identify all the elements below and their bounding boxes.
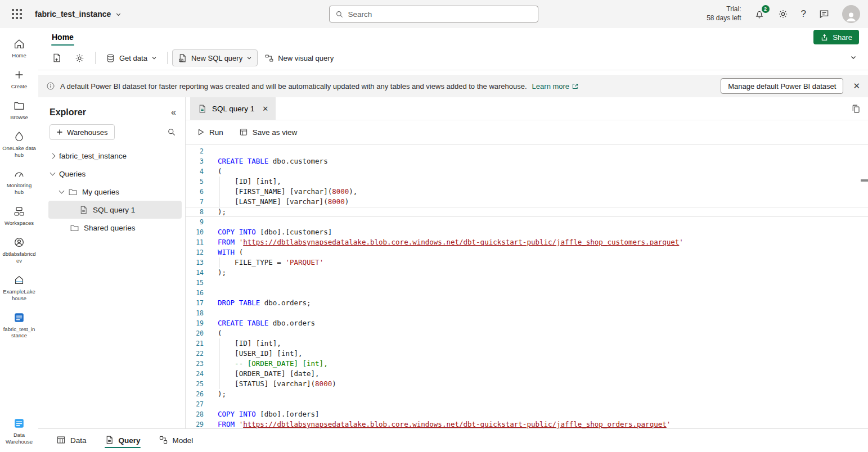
nav-rail-label: Create <box>11 83 28 90</box>
run-button[interactable]: Run <box>197 128 223 137</box>
new-report-button[interactable] <box>46 49 68 66</box>
code-line-22[interactable]: 22 [USER_ID] [int], <box>186 349 868 359</box>
nav-rail-item-examplelakehouse[interactable]: ExampleLakehouse <box>1 269 38 306</box>
nav-rail-item-dbtlabsfabricdev[interactable]: dbtlabsfabricdev <box>1 231 38 269</box>
code-line-11[interactable]: 11FROM 'https://dbtlabsynapsedatalake.bl… <box>186 237 868 247</box>
code-line-13[interactable]: 13 FILE_TYPE = 'PARQUET' <box>186 257 868 268</box>
code-line-19[interactable]: 19CREATE TABLE dbo.orders <box>186 318 868 328</box>
ribbon-toolbar: Get data New SQL query New visual query <box>38 46 868 70</box>
trial-remaining: 58 days left <box>707 14 741 23</box>
ribbon-collapse-button[interactable] <box>847 51 860 66</box>
banner-close-button[interactable]: ✕ <box>853 81 860 91</box>
explorer-search-button[interactable] <box>167 128 176 137</box>
chevron-right-icon[interactable] <box>50 153 56 159</box>
nav-rail-label: Data Warehouse <box>2 432 36 445</box>
sql-document-icon <box>197 104 207 114</box>
copy-button[interactable] <box>851 104 861 114</box>
new-visual-query-button[interactable]: New visual query <box>259 49 339 66</box>
monitoring-icon <box>13 167 25 180</box>
nav-rail-item-home[interactable]: Home <box>1 33 38 64</box>
account-avatar[interactable] <box>842 5 860 23</box>
new-sql-query-button[interactable]: New SQL query <box>172 49 258 66</box>
nav-rail-label: Monitoring hub <box>2 182 36 196</box>
sql-editor[interactable]: 23CREATE TABLE dbo.customers4(5 [ID] [in… <box>186 144 868 428</box>
notification-badge: 2 <box>762 5 770 13</box>
tree-item-my-queries[interactable]: My queries <box>48 183 182 201</box>
code-line-24[interactable]: 24 [ORDER_DATE] [date], <box>186 369 868 379</box>
code-line-5[interactable]: 5 [ID] [int], <box>186 177 868 187</box>
code-line-12[interactable]: 12WITH ( <box>186 247 868 257</box>
nav-rail-item-data-warehouse[interactable]: Data Warehouse <box>1 412 38 450</box>
get-data-button[interactable]: Get data <box>100 49 163 66</box>
notifications-button[interactable]: 2 <box>754 8 765 20</box>
chevron-down-icon[interactable] <box>59 188 65 194</box>
code-text: CREATE TABLE dbo.customers <box>218 156 328 166</box>
code-line-16[interactable]: 16 <box>186 288 868 298</box>
add-warehouses-button[interactable]: Warehouses <box>50 124 115 140</box>
bottom-tab-model[interactable]: Model <box>159 429 194 452</box>
nav-rail-item-create[interactable]: Create <box>1 64 38 94</box>
app-launcher-button[interactable] <box>7 4 27 24</box>
nav-rail-item-workspaces[interactable]: Workspaces <box>1 200 38 231</box>
chevron-down-icon[interactable] <box>50 170 56 176</box>
search-input[interactable] <box>348 10 532 19</box>
code-line-27[interactable]: 27 <box>186 399 868 409</box>
code-line-3[interactable]: 3CREATE TABLE dbo.customers <box>186 156 868 166</box>
code-line-20[interactable]: 20( <box>186 328 868 338</box>
close-tab-button[interactable]: ✕ <box>259 103 271 114</box>
bottom-tab-query[interactable]: Query <box>105 429 141 452</box>
line-number: 3 <box>186 156 204 166</box>
nav-rail-item-fabric-test-instance[interactable]: fabric_test_instance <box>1 306 38 344</box>
tree-item-queries[interactable]: Queries <box>48 165 182 183</box>
share-button[interactable]: Share <box>813 30 859 44</box>
tree-item-shared-queries[interactable]: Shared queries <box>48 219 182 237</box>
tree-item-sql-query-1[interactable]: SQL query 1 <box>48 201 182 219</box>
line-number: 12 <box>186 247 204 257</box>
code-line-2[interactable]: 2 <box>186 146 868 156</box>
nav-rail-label: Browse <box>10 114 28 121</box>
help-button[interactable]: ? <box>801 8 806 20</box>
code-line-28[interactable]: 28COPY INTO [dbo].[orders] <box>186 409 868 419</box>
save-as-view-button[interactable]: Save as view <box>239 128 298 137</box>
indent-guide <box>219 177 220 187</box>
explorer-collapse-button[interactable]: « <box>171 107 176 117</box>
code-line-6[interactable]: 6 [FIRST_NAME] [varchar](8000), <box>186 187 868 197</box>
code-line-4[interactable]: 4( <box>186 166 868 177</box>
code-line-14[interactable]: 14); <box>186 268 868 278</box>
code-line-9[interactable]: 9 <box>186 217 868 227</box>
code-line-7[interactable]: 7 [LAST_NAME] [varchar](8000) <box>186 197 868 207</box>
settings-button[interactable] <box>777 8 789 20</box>
workspace-switcher[interactable]: fabric_test_instance <box>35 10 122 19</box>
code-text: [ORDER_DATE] [date], <box>218 369 320 379</box>
code-line-21[interactable]: 21 [ID] [int], <box>186 338 868 349</box>
learn-more-link[interactable]: Learn more <box>532 82 579 91</box>
code-text: ( <box>218 166 222 177</box>
code-line-10[interactable]: 10COPY INTO [dbo].[customers] <box>186 227 868 237</box>
tree-item-label: fabric_test_instance <box>59 152 127 160</box>
code-line-18[interactable]: 18 <box>186 308 868 318</box>
manage-default-dataset-button[interactable]: Manage default Power BI dataset <box>721 78 843 94</box>
warehouse-icon <box>13 311 25 324</box>
nav-rail-item-browse[interactable]: Browse <box>1 94 38 125</box>
code-line-8[interactable]: 8); <box>186 207 868 217</box>
report-icon <box>52 53 62 63</box>
chevron-down-icon <box>151 55 157 61</box>
code-line-26[interactable]: 26); <box>186 389 868 399</box>
code-line-25[interactable]: 25 [STATUS] [varchar](8000) <box>186 379 868 389</box>
code-line-23[interactable]: 23 -- [ORDER_DATE] [int], <box>186 359 868 369</box>
feedback-button[interactable] <box>818 8 830 20</box>
line-number: 9 <box>186 217 204 227</box>
tab-home[interactable]: Home <box>47 30 78 44</box>
nav-rail-label: dbtlabsfabricdev <box>2 251 36 264</box>
explorer-tree: fabric_test_instanceQueriesMy queriesSQL… <box>38 147 185 237</box>
bottom-tab-data[interactable]: Data <box>56 429 87 452</box>
code-line-15[interactable]: 15 <box>186 278 868 288</box>
nav-rail-item-onelake-data-hub[interactable]: OneLake data hub <box>1 125 38 163</box>
warehouse-settings-button[interactable] <box>69 49 91 66</box>
code-line-17[interactable]: 17DROP TABLE dbo.orders; <box>186 298 868 308</box>
nav-rail-item-monitoring-hub[interactable]: Monitoring hub <box>1 162 38 200</box>
code-line-29[interactable]: 29FROM 'https://dbtlabsynapsedatalake.bl… <box>186 419 868 428</box>
tree-item-fabric-test-instance[interactable]: fabric_test_instance <box>48 147 182 165</box>
query-tab-sql-query-1[interactable]: SQL query 1 ✕ <box>190 97 276 120</box>
code-text: FILE_TYPE = 'PARQUET' <box>218 257 323 268</box>
